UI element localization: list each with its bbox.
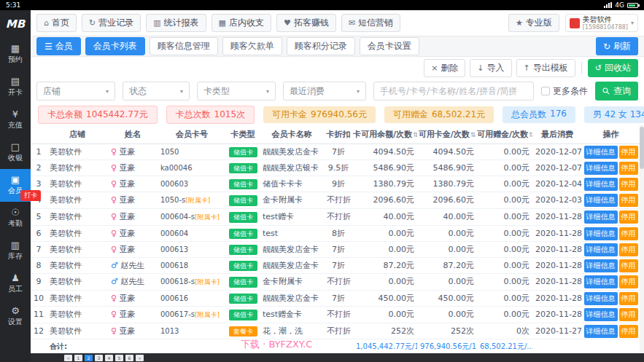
disable-button[interactable]: 停用 <box>619 162 638 175</box>
nav-item-store-expenses[interactable]: ▦ 店内收支 <box>212 14 271 32</box>
table-row: 3美碧软件♀ 亚豪000603储值卡储值卡卡卡9折1380.79元1380.79… <box>31 176 640 192</box>
nav-item-home[interactable]: ⌂ 首页 <box>36 14 77 32</box>
detail-info-button[interactable]: 详细信息 <box>584 325 618 338</box>
tab-member-card-settings[interactable]: 会员卡设置 <box>360 37 419 55</box>
gender-icon: ♀ <box>111 147 117 157</box>
punch-in-badge[interactable]: 打卡 <box>20 190 41 201</box>
sidebar-item-open-card[interactable]: ▤ 开卡 <box>0 71 31 103</box>
clock-icon: ☉ <box>11 208 20 217</box>
cell-card-money: 4094.50元 <box>417 143 477 160</box>
cell-card-name: 靓靓美发店银卡 <box>260 160 324 176</box>
status-filter-select[interactable]: 状态 ▾ <box>123 82 190 101</box>
scrollbar-thumb[interactable] <box>640 127 644 169</box>
tab-customer-info[interactable]: 顾客信息管理 <box>150 37 218 55</box>
disable-button[interactable]: 停用 <box>619 210 638 224</box>
nav-item-statistics[interactable]: ▥ 统计报表 <box>146 14 206 32</box>
col-gift-money[interactable]: 可用赠金/次数⇅ <box>477 125 532 143</box>
disable-button[interactable]: 停用 <box>619 308 638 321</box>
store-filter-select[interactable]: 店铺 ▾ <box>36 82 115 101</box>
cell-card-number: 000616 <box>158 290 226 306</box>
col-balance[interactable]: 卡可用余额/次数⇅ <box>353 125 417 143</box>
disable-button[interactable]: 停用 <box>619 292 638 305</box>
more-conditions-checkbox[interactable] <box>541 87 550 95</box>
detail-info-button[interactable]: 详细信息 <box>584 210 618 224</box>
sidebar-item-inventory[interactable]: ▥ 库存 <box>0 235 31 267</box>
refresh-button[interactable]: ↻ 刷新 <box>596 37 638 55</box>
cell-store: 美碧软件 <box>47 192 108 208</box>
col-store: 店铺 <box>47 125 108 143</box>
cell-discount: 不打折 <box>324 323 353 339</box>
nav-item-sms-marketing[interactable]: ✉ 短信营销 <box>341 14 400 32</box>
sidebar-item-recharge[interactable]: ¥ 充值 <box>0 103 31 136</box>
tab-customer-points[interactable]: 顾客积分记录 <box>287 37 355 55</box>
page-button[interactable]: 3 <box>95 355 103 361</box>
disable-button[interactable]: 停用 <box>619 243 638 256</box>
page-button[interactable]: 6 <box>125 355 133 361</box>
recycle-bin-button[interactable]: ↺ 回收站 <box>588 59 638 77</box>
sub-card-tag: [附属卡] <box>185 197 210 204</box>
nav-item-promotion[interactable]: ♥ 拓客赚钱 <box>276 14 336 32</box>
import-button[interactable]: ↓ 导入 <box>470 59 511 77</box>
detail-info-button[interactable]: 详细信息 <box>584 178 618 191</box>
search-input[interactable] <box>373 82 534 101</box>
disable-button[interactable]: 停用 <box>619 259 638 272</box>
detail-info-button[interactable]: 详细信息 <box>584 259 618 272</box>
cell-member-name: ♀ 亚豪 <box>108 208 158 225</box>
detail-info-button[interactable]: 详细信息 <box>584 308 618 321</box>
nav-item-business-records[interactable]: ↻ 营业记录 <box>82 14 141 32</box>
disable-button[interactable]: 停用 <box>619 275 638 288</box>
sidebar-item-staff[interactable]: ♟ 员工 <box>0 267 31 300</box>
card-type-filter-select[interactable]: 卡类型 ▾ <box>197 82 276 101</box>
disable-button[interactable]: 停用 <box>619 178 638 191</box>
disable-button[interactable]: 停用 <box>619 227 638 240</box>
cell-store: 美碧软件 <box>47 306 108 323</box>
search-button[interactable]: 查询 <box>595 82 638 101</box>
export-template-button[interactable]: ↑ 导出模板 <box>516 59 575 77</box>
cell-card-type: 储值卡 <box>226 290 260 306</box>
sidebar-item-cashier[interactable]: □ 收银 <box>0 136 31 169</box>
cell-gift-money: 0.00元 <box>477 241 532 257</box>
disable-button[interactable]: 停用 <box>619 146 638 159</box>
cell-card-number: 000613 <box>158 241 226 257</box>
detail-info-button[interactable]: 详细信息 <box>584 275 618 288</box>
detail-info-button[interactable]: 详细信息 <box>584 146 618 159</box>
sort-icon: ⇅ <box>529 131 532 138</box>
detail-info-button[interactable]: 详细信息 <box>584 162 618 175</box>
recent-consume-filter-select[interactable]: 最近消费 ▾ <box>283 82 366 101</box>
cell-card-type: 储值卡 <box>226 306 260 323</box>
cell-card-money: 87.20元 <box>417 257 477 273</box>
cell-card-name: 储值卡卡卡 <box>260 176 324 192</box>
chevron-down-icon: ▾ <box>631 20 634 26</box>
page-button[interactable]: 5 <box>115 355 123 361</box>
scrollbar[interactable] <box>640 125 644 353</box>
version-button[interactable]: ★ 专业版 <box>508 14 559 32</box>
cell-card-type: 储值卡 <box>226 160 260 176</box>
delete-button[interactable]: × 删除 <box>424 59 465 77</box>
cell-discount: 不打折 <box>324 192 353 208</box>
sidebar-item-attendance[interactable]: ☉ 考勤 <box>0 202 31 235</box>
user-account[interactable]: 美碧软件 [15988104788] ▾ <box>565 14 638 32</box>
sub-card-tag: [附属卡] <box>195 311 220 318</box>
tab-customer-debt[interactable]: 顾客欠款单 <box>222 37 282 55</box>
cell-discount: 9折 <box>324 176 353 192</box>
detail-info-button[interactable]: 详细信息 <box>584 292 618 305</box>
detail-info-button[interactable]: 详细信息 <box>584 227 618 240</box>
cell-card-money: 0.00元 <box>417 273 477 290</box>
detail-info-button[interactable]: 详细信息 <box>584 194 618 207</box>
page-button[interactable]: » <box>136 355 144 361</box>
more-conditions-toggle[interactable]: 更多条件 <box>541 85 588 98</box>
page-button[interactable]: 4 <box>105 355 113 361</box>
sidebar-item-settings[interactable]: ⚙ 设置 <box>0 300 31 333</box>
sidebar-item-appointment[interactable]: ▦ 预约 <box>0 38 31 71</box>
detail-info-button[interactable]: 详细信息 <box>584 243 618 256</box>
page-button[interactable]: 2 <box>85 355 93 361</box>
table-row: 12美碧软件♀ 亚豪1013套餐卡花，潮，洗不打折252次252次0次2020-… <box>31 323 640 339</box>
tab-member-menu[interactable]: ☰ 会员 <box>36 37 81 55</box>
disable-button[interactable]: 停用 <box>619 194 638 207</box>
tab-member-card-list[interactable]: 会员卡列表 <box>85 37 145 55</box>
disable-button[interactable]: 停用 <box>619 325 638 338</box>
chevron-down-icon: ▾ <box>357 88 360 95</box>
page-button[interactable]: 1 <box>74 355 82 361</box>
col-card-money[interactable]: 可用卡金/次数⇅ <box>417 125 477 143</box>
page-button[interactable]: « <box>64 355 72 361</box>
